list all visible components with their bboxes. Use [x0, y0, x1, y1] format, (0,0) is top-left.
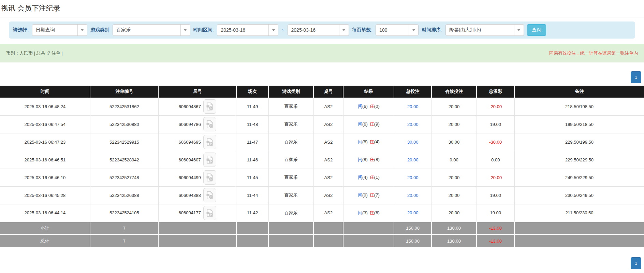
cell-round: 606094607 — [158, 151, 236, 169]
date-from-value: 2025-03-16 — [217, 27, 268, 33]
cell-session: 11-45 — [236, 169, 268, 186]
total-row: 总计7150.00130.00-13.00 — [0, 234, 644, 247]
page-1-button[interactable]: 1 — [631, 257, 641, 269]
video-replay-button[interactable] — [203, 188, 216, 202]
pagination-bottom: 1 — [3, 257, 641, 269]
cell-bet-id: 522342527748 — [90, 169, 158, 186]
round-number: 606094867 — [179, 104, 201, 109]
video-replay-button[interactable] — [203, 170, 216, 185]
banker-points: (0) — [374, 104, 380, 109]
cell-remark: 211.50/230.50 — [514, 204, 644, 222]
cell-total-bet-link[interactable]: 20.00 — [394, 151, 431, 169]
round-number: 606094695 — [179, 140, 201, 145]
sort-order-value: 降幂(由大到小) — [446, 27, 514, 33]
player-result: 闲 — [358, 104, 362, 109]
player-result: 闲 — [358, 175, 362, 180]
chevron-down-icon — [180, 25, 190, 35]
cell-time: 2025-03-16 06:47:23 — [0, 133, 90, 151]
cell-time: 2025-03-16 06:45:28 — [0, 186, 90, 204]
date-to-select[interactable]: 2025-03-16 — [288, 24, 349, 36]
header-bet-id: 注单编号 — [90, 86, 158, 98]
subtotal-count: 7 — [90, 222, 158, 234]
per-page-label: 每页笔数: — [352, 27, 373, 33]
video-file-icon — [206, 156, 213, 164]
video-replay-button[interactable] — [203, 206, 216, 220]
cell-total-bet-link[interactable]: 20.00 — [394, 204, 431, 222]
cell-total-bet-link[interactable]: 30.00 — [394, 133, 431, 151]
table-row: 2025-03-16 06:46:10522342527748606094499… — [0, 169, 644, 186]
chevron-down-icon — [409, 25, 418, 35]
banker-result: 庄 — [370, 175, 374, 180]
cell-game: 百家乐 — [268, 115, 313, 133]
cell-remark: 230.50/249.50 — [514, 186, 644, 204]
cell-valid-bet: 20.00 — [431, 204, 477, 222]
chevron-down-icon — [339, 25, 349, 35]
cell-payout: 19.00 — [477, 204, 514, 222]
cell-total-bet-link[interactable]: 20.00 — [394, 186, 431, 204]
player-result: 闲 — [358, 121, 362, 127]
cell-game: 百家乐 — [268, 169, 313, 186]
banker-points: (4) — [374, 139, 380, 144]
video-replay-button[interactable] — [203, 117, 216, 131]
header-table-no: 桌号 — [313, 86, 343, 98]
cell-result: 闲(6)庄(9) — [343, 115, 394, 133]
player-result: 闲 — [358, 192, 362, 198]
cell-remark: 199.50/218.50 — [514, 115, 644, 133]
cell-result: 闲(3)庄(6) — [343, 204, 394, 222]
round-number: 606094388 — [179, 193, 201, 198]
query-type-select[interactable]: 日期查询 — [32, 24, 87, 36]
cell-result: 闲(8)庄(4) — [343, 133, 394, 151]
cell-round: 606094786 — [158, 115, 236, 133]
player-points: (6) — [362, 121, 368, 127]
page-1-button[interactable]: 1 — [631, 71, 641, 83]
cell-game: 百家乐 — [268, 204, 313, 222]
cell-game: 百家乐 — [268, 151, 313, 169]
game-category-select[interactable]: 百家乐 — [113, 24, 190, 36]
total-label: 总计 — [0, 234, 90, 247]
cell-table-no: AS2 — [313, 186, 343, 204]
player-points: (4) — [362, 175, 368, 180]
video-file-icon — [206, 191, 213, 199]
cell-total-bet-link[interactable]: 20.00 — [394, 169, 431, 186]
video-replay-button[interactable] — [203, 153, 216, 167]
cell-table-no: AS2 — [313, 151, 343, 169]
cell-bet-id: 522342526388 — [90, 186, 158, 204]
banker-points: (7) — [374, 192, 380, 198]
banker-result: 庄 — [370, 121, 374, 127]
cell-valid-bet: 0.00 — [431, 151, 477, 169]
subtotal-label: 小计 — [0, 222, 90, 234]
video-file-icon — [206, 102, 213, 111]
table-row: 2025-03-16 06:48:24522342531862606094867… — [0, 98, 644, 115]
query-type-label: 请选择: — [13, 27, 29, 33]
valid-bet-notice: 同局有效投注，统一计算在该局第一张注单内 — [549, 50, 638, 56]
round-number: 606094499 — [179, 175, 201, 180]
video-file-icon — [206, 209, 213, 217]
subtotal-payout: -13.00 — [477, 222, 514, 234]
video-replay-button[interactable] — [203, 135, 216, 149]
cell-session: 11-49 — [236, 98, 268, 115]
player-points: (8) — [362, 139, 368, 144]
cell-table-no: AS2 — [313, 98, 343, 115]
cell-payout: 0.00 — [477, 151, 514, 169]
per-page-select[interactable]: 100 — [376, 24, 419, 36]
header-time: 时间 — [0, 86, 90, 98]
video-replay-button[interactable] — [203, 99, 216, 114]
query-button[interactable]: 查询 — [527, 24, 546, 36]
cell-round: 606094695 — [158, 133, 236, 151]
player-result: 闲 — [358, 210, 362, 215]
game-category-label: 游戏类别 — [90, 27, 109, 33]
player-points: (6) — [362, 104, 368, 109]
cell-bet-id: 522342524105 — [90, 204, 158, 222]
date-from-select[interactable]: 2025-03-16 — [217, 24, 278, 36]
cell-payout: 19.00 — [477, 186, 514, 204]
cell-remark: 218.50/198.50 — [514, 98, 644, 115]
sort-order-select[interactable]: 降幂(由大到小) — [445, 24, 524, 36]
cell-payout: -20.00 — [477, 98, 514, 115]
cell-payout: 19.00 — [477, 115, 514, 133]
cell-time: 2025-03-16 06:44:14 — [0, 204, 90, 222]
cell-total-bet-link[interactable]: 20.00 — [394, 98, 431, 115]
cell-valid-bet: 30.00 — [431, 133, 477, 151]
cell-payout: -20.00 — [477, 169, 514, 186]
cell-total-bet-link[interactable]: 20.00 — [394, 115, 431, 133]
header-remark: 备注 — [514, 86, 644, 98]
